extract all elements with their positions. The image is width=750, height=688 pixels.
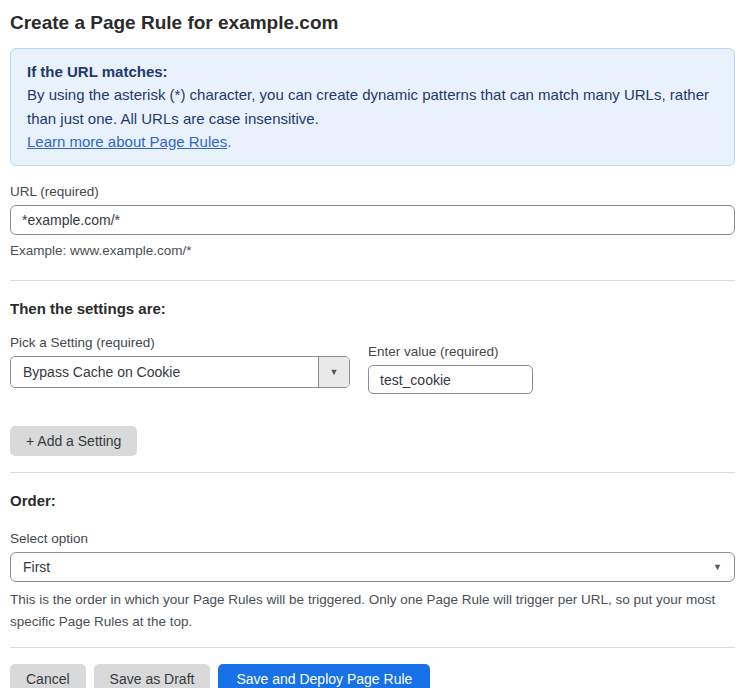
url-input[interactable] xyxy=(10,205,735,235)
order-section-heading: Order: xyxy=(10,492,735,509)
settings-section-heading: Then the settings are: xyxy=(10,300,735,317)
cancel-button[interactable]: Cancel xyxy=(10,664,86,688)
url-field-label: URL (required) xyxy=(10,184,735,199)
save-as-draft-button[interactable]: Save as Draft xyxy=(94,664,211,688)
learn-more-link[interactable]: Learn more about Page Rules xyxy=(27,133,227,150)
chevron-down-icon: ▼ xyxy=(713,562,722,572)
divider xyxy=(10,472,735,473)
setting-select-value: Bypass Cache on Cookie xyxy=(11,357,318,387)
info-box-body: By using the asterisk (*) character, you… xyxy=(27,86,709,126)
save-and-deploy-button[interactable]: Save and Deploy Page Rule xyxy=(218,664,430,688)
link-suffix: . xyxy=(227,133,231,150)
order-select-label: Select option xyxy=(10,531,735,546)
setting-value-input[interactable] xyxy=(368,365,533,394)
url-match-info-box: If the URL matches: By using the asteris… xyxy=(10,48,735,166)
add-setting-button[interactable]: + Add a Setting xyxy=(10,426,137,456)
setting-select[interactable]: Bypass Cache on Cookie ▼ xyxy=(10,356,350,388)
chevron-down-icon: ▼ xyxy=(330,367,339,377)
order-helper-text: This is the order in which your Page Rul… xyxy=(10,589,732,632)
divider xyxy=(10,280,735,281)
setting-select-arrow-button[interactable]: ▼ xyxy=(318,357,349,387)
footer-actions: Cancel Save as Draft Save and Deploy Pag… xyxy=(10,664,735,688)
url-example-helper: Example: www.example.com/* xyxy=(10,241,735,261)
info-box-heading: If the URL matches: xyxy=(27,60,718,83)
setting-picker-column: Pick a Setting (required) Bypass Cache o… xyxy=(10,317,350,394)
setting-value-label: Enter value (required) xyxy=(368,344,533,359)
setting-picker-label: Pick a Setting (required) xyxy=(10,335,350,350)
setting-value-column: Enter value (required) xyxy=(368,326,533,394)
create-page-rule-panel: Create a Page Rule for example.com If th… xyxy=(0,0,750,688)
order-select-value: First xyxy=(23,559,713,575)
divider xyxy=(10,647,735,648)
order-select[interactable]: First ▼ xyxy=(10,552,735,582)
page-title: Create a Page Rule for example.com xyxy=(10,12,735,34)
settings-row: Pick a Setting (required) Bypass Cache o… xyxy=(10,317,735,394)
